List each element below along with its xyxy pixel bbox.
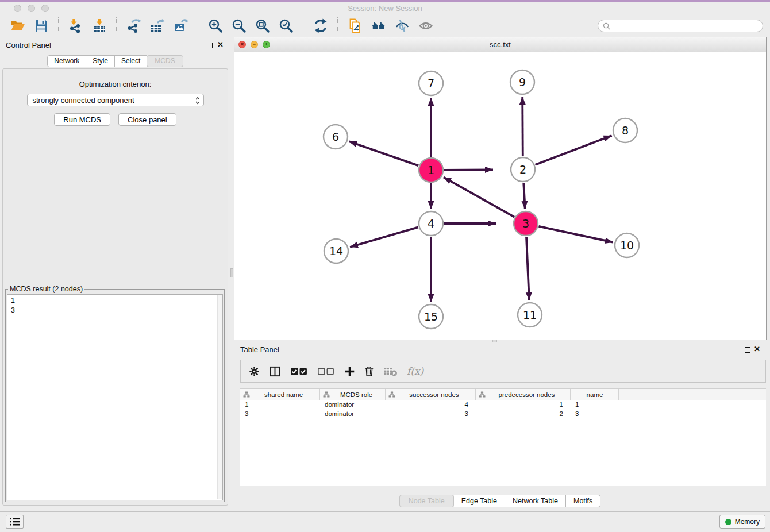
toolbar-separator	[198, 17, 198, 34]
show-graphics-details-button[interactable]	[391, 17, 413, 35]
edge-3-10[interactable]	[539, 226, 613, 242]
edge-3-11[interactable]	[526, 237, 529, 300]
import-network-icon	[68, 18, 83, 33]
edge-2-8[interactable]	[536, 136, 612, 165]
zoom-fit-button[interactable]	[252, 17, 273, 35]
graph-node-9[interactable]: 9	[510, 70, 534, 94]
tab-mcds[interactable]: MCDS	[147, 55, 183, 67]
table-tab-node-table[interactable]: Node Table	[399, 495, 454, 507]
delete-columns-icon	[364, 365, 374, 377]
import-table-button[interactable]	[88, 17, 110, 35]
table-panel-float-button[interactable]	[745, 347, 750, 353]
edge-1-2[interactable]	[444, 169, 493, 170]
save-session-icon	[34, 18, 49, 33]
table-panel-close-button[interactable]: ✕	[754, 344, 760, 354]
column-header-mcds-role[interactable]: MCDS role	[320, 389, 386, 400]
graph-node-15[interactable]: 15	[419, 304, 443, 329]
edge-1-6[interactable]	[349, 141, 419, 165]
zoom-selected-button[interactable]	[275, 17, 297, 35]
table-row[interactable]: 3dominator323	[240, 410, 766, 419]
network-from-selection-button[interactable]	[344, 17, 365, 35]
mcds-buttons-row: Run MCDS Close panel	[3, 113, 228, 126]
network-from-selection-icon	[348, 18, 363, 33]
toolbar-separator	[337, 17, 338, 34]
column-header-shared-name[interactable]: shared name	[240, 389, 320, 400]
edge-2-9[interactable]	[522, 97, 523, 156]
column-header-name[interactable]: name	[571, 389, 619, 400]
edge-3-1[interactable]	[444, 177, 514, 217]
cell: 1	[571, 400, 619, 410]
settings-button[interactable]	[249, 366, 260, 377]
zoom-out-icon	[232, 18, 247, 33]
node-label: 11	[523, 309, 537, 321]
save-session-button[interactable]	[30, 17, 52, 35]
add-column-button[interactable]	[344, 366, 355, 377]
control-panel-close-button[interactable]: ✕	[217, 40, 224, 50]
zoom-in-button[interactable]	[205, 17, 226, 35]
graph-node-6[interactable]: 6	[324, 125, 348, 149]
control-panel-float-button[interactable]	[207, 43, 213, 48]
show-hide-graphics-icon	[418, 18, 433, 33]
column-header-predecessor-nodes[interactable]: predecessor nodes	[476, 389, 571, 400]
titlebar-accent	[0, 0, 770, 2]
open-session-button[interactable]	[7, 17, 28, 35]
memory-status-icon	[725, 519, 732, 525]
tab-style[interactable]: Style	[86, 55, 115, 67]
zoom-out-button[interactable]	[228, 17, 249, 35]
criterion-select[interactable]: strongly connected component	[27, 94, 204, 106]
table-toolbar: f(x)	[240, 360, 766, 383]
import-network-button[interactable]	[65, 17, 86, 35]
add-column-icon	[344, 366, 355, 377]
mcds-result-textarea[interactable]: 13	[7, 294, 223, 500]
result-scrollbar[interactable]	[217, 295, 222, 499]
main-toolbar	[0, 16, 770, 36]
toolbar-buttons	[6, 17, 437, 35]
graph-node-2[interactable]: 2	[511, 157, 535, 182]
table-tab-motifs[interactable]: Motifs	[566, 495, 600, 507]
graph-node-3[interactable]: 3	[514, 211, 538, 236]
graph-node-7[interactable]: 7	[419, 71, 443, 95]
export-image-icon	[174, 18, 188, 33]
export-image-button[interactable]	[170, 17, 191, 35]
search-box[interactable]	[598, 20, 763, 32]
graph-node-11[interactable]: 11	[518, 303, 542, 327]
memory-button[interactable]: Memory	[719, 515, 765, 529]
task-history-button[interactable]	[6, 515, 24, 529]
select-stepper-icon	[195, 96, 201, 109]
network-canvas[interactable]: 7968124314101511	[234, 52, 766, 340]
list-icon	[9, 517, 21, 526]
export-network-button[interactable]	[123, 17, 144, 35]
graph-node-10[interactable]: 10	[615, 233, 639, 257]
refresh-button[interactable]	[310, 17, 331, 35]
split-columns-button[interactable]	[269, 365, 281, 377]
graph-node-4[interactable]: 4	[419, 211, 443, 236]
column-header-label: shared name	[250, 391, 319, 398]
node-label: 7	[428, 77, 434, 90]
toolbar-separator	[116, 17, 117, 34]
graph-node-8[interactable]: 8	[613, 118, 637, 142]
delete-columns-button[interactable]	[364, 365, 374, 377]
function-builder-icon: f(x)	[407, 365, 424, 377]
run-mcds-button[interactable]: Run MCDS	[54, 113, 110, 126]
table-tab-network-table[interactable]: Network Table	[505, 495, 566, 507]
network-window-title: scc.txt	[234, 40, 766, 49]
tab-network[interactable]: Network	[47, 55, 86, 67]
home-button[interactable]	[368, 17, 389, 35]
open-session-icon	[10, 18, 25, 33]
table-tab-edge-table[interactable]: Edge Table	[454, 495, 505, 507]
graph-node-14[interactable]: 14	[324, 239, 348, 263]
select-all-button[interactable]	[290, 367, 308, 376]
node-label: 2	[519, 163, 526, 176]
column-header-successor-nodes[interactable]: successor nodes	[386, 389, 476, 400]
search-input[interactable]	[610, 22, 763, 30]
edge-4-14[interactable]	[350, 227, 418, 247]
tab-select[interactable]: Select	[115, 55, 147, 67]
edge-2-3[interactable]	[523, 183, 525, 209]
graph-node-1[interactable]: 1	[419, 158, 443, 182]
close-panel-button[interactable]: Close panel	[118, 113, 176, 126]
table-row[interactable]: 1dominator411	[240, 400, 766, 410]
network-graph: 7968124314101511	[234, 52, 766, 340]
export-table-button[interactable]	[147, 17, 168, 35]
deselect-all-button[interactable]	[317, 367, 335, 376]
vertical-splitter-handle[interactable]	[230, 268, 233, 277]
